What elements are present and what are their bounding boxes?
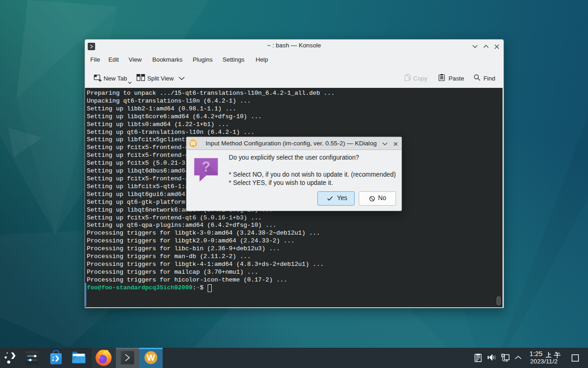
svg-text:W: W xyxy=(147,353,155,362)
svg-text:W: W xyxy=(191,140,196,146)
svg-text:?: ? xyxy=(202,159,210,174)
